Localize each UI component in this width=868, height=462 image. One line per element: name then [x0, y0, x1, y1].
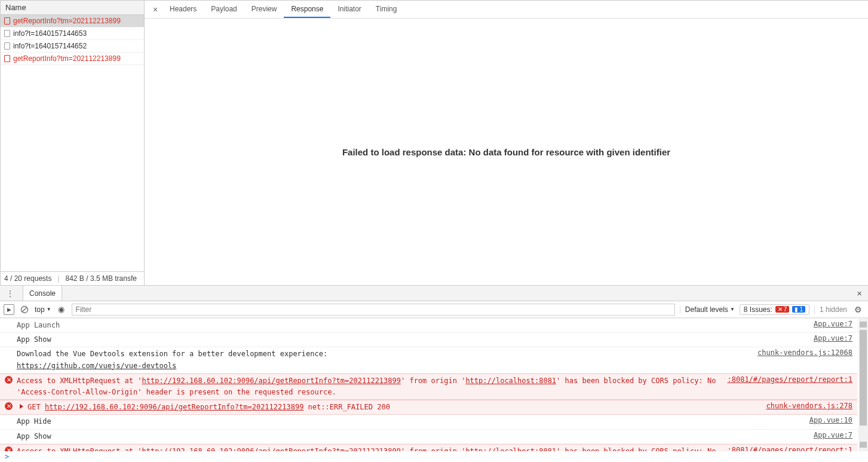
- source-link[interactable]: chunk-vendors.js:12068: [752, 348, 852, 371]
- tab-payload[interactable]: Payload: [204, 1, 244, 18]
- source-link[interactable]: App.vue:7: [808, 320, 852, 331]
- scrollbar-down-icon[interactable]: [860, 442, 867, 448]
- source-link[interactable]: App.vue:10: [803, 416, 852, 427]
- drawer-menu-button[interactable]: ⋮: [4, 289, 17, 298]
- console-message[interactable]: Download the Vue Devtools extension for …: [0, 347, 857, 373]
- chevron-down-icon: ▼: [730, 307, 735, 312]
- console-message[interactable]: App ShowApp.vue:7: [0, 333, 857, 347]
- issues-info-badge: ▮ 1: [792, 306, 805, 313]
- tab-preview[interactable]: Preview: [244, 1, 284, 18]
- requests-transfer: 842 B / 3.5 MB transfe: [66, 274, 137, 283]
- issues-button[interactable]: 8 Issues: ✕ 7 ▮ 1: [740, 304, 809, 315]
- requests-name-header[interactable]: Name: [1, 1, 144, 15]
- request-url-link[interactable]: http://192.168.60.102:9096/api/getReport…: [142, 377, 401, 385]
- source-link[interactable]: :8081/#/pages/report/report:1: [721, 375, 852, 398]
- message-text: Access to XMLHttpRequest at 'http://192.…: [17, 375, 721, 398]
- origin-url-link[interactable]: http://localhost:8081: [465, 377, 556, 385]
- devtools-link[interactable]: https://github.com/vuejs/vue-devtools: [17, 362, 176, 370]
- tab-headers[interactable]: Headers: [162, 1, 204, 18]
- origin-url-link[interactable]: http://localhost:8081: [465, 447, 556, 451]
- console-filter-input[interactable]: [72, 304, 675, 316]
- message-text: Access to XMLHttpRequest at 'http://192.…: [17, 446, 721, 451]
- live-expression-button[interactable]: ◉: [56, 304, 67, 315]
- console-message[interactable]: App LaunchApp.vue:7: [0, 318, 857, 333]
- message-text: App Launch: [17, 320, 808, 331]
- drawer-close-button[interactable]: ×: [851, 288, 868, 298]
- tab-console[interactable]: Console: [23, 286, 62, 301]
- request-row[interactable]: info?t=1640157144653: [1, 27, 144, 40]
- request-name: getReportInfo?tm=202112213899: [13, 54, 121, 63]
- console-message[interactable]: ✕GET http://192.168.60.102:9096/api/getR…: [0, 400, 857, 415]
- tab-response[interactable]: Response: [284, 1, 330, 18]
- requests-status-bar: 4 / 20 requests | 842 B / 3.5 MB transfe: [1, 271, 144, 285]
- issues-error-badge: ✕ 7: [775, 306, 790, 313]
- document-icon: [4, 17, 10, 25]
- request-name: getReportInfo?tm=202112213899: [13, 17, 121, 25]
- tab-timing[interactable]: Timing: [369, 1, 404, 18]
- request-detail-panel: × HeadersPayloadPreviewResponseInitiator…: [145, 1, 868, 285]
- detail-tabs: × HeadersPayloadPreviewResponseInitiator…: [145, 1, 868, 19]
- request-name: info?t=1640157144653: [13, 29, 87, 38]
- log-levels-selector[interactable]: Default levels ▼: [680, 305, 735, 314]
- console-message[interactable]: ✕Access to XMLHttpRequest at 'http://192…: [0, 444, 857, 451]
- context-selector[interactable]: top ▼: [35, 305, 51, 314]
- document-icon: [4, 42, 10, 50]
- console-message[interactable]: ✕Access to XMLHttpRequest at 'http://192…: [0, 374, 857, 400]
- source-link[interactable]: App.vue:7: [808, 334, 852, 345]
- hidden-count: 1 hidden: [814, 305, 847, 314]
- error-icon: ✕: [5, 376, 13, 384]
- request-url-link[interactable]: http://192.168.60.102:9096/api/getReport…: [142, 447, 401, 451]
- svg-line-1: [22, 307, 27, 312]
- request-name: info?t=1640157144652: [13, 42, 87, 50]
- console-messages[interactable]: App LaunchApp.vue:7App ShowApp.vue:7Down…: [0, 318, 868, 451]
- error-icon: ✕: [5, 446, 13, 451]
- expand-arrow-icon[interactable]: [20, 404, 23, 409]
- message-text: Download the Vue Devtools extension for …: [17, 348, 752, 371]
- request-row[interactable]: getReportInfo?tm=202112213899: [1, 15, 144, 27]
- chevron-down-icon: ▼: [47, 307, 51, 312]
- response-body: Failed to load response data: No data fo…: [145, 19, 868, 285]
- toggle-sidebar-button[interactable]: ▶: [4, 304, 14, 315]
- network-panel: Name getReportInfo?tm=202112213899info?t…: [0, 0, 868, 285]
- error-icon: ✕: [5, 402, 13, 410]
- console-message[interactable]: App HideApp.vue:10: [0, 415, 857, 429]
- scrollbar-thumb[interactable]: [860, 330, 867, 426]
- request-url-link[interactable]: http://192.168.60.102:9096/api/getReport…: [45, 403, 303, 411]
- console-drawer: ⋮ Console × ▶ top ▼ ◉ Default levels ▼ 8…: [0, 285, 868, 462]
- message-text: App Show: [17, 431, 808, 442]
- document-icon: [4, 55, 10, 62]
- requests-list: getReportInfo?tm=202112213899info?t=1640…: [1, 15, 144, 271]
- message-text: GET http://192.168.60.102:9096/api/getRe…: [27, 402, 760, 413]
- console-settings-button[interactable]: ⚙: [852, 305, 864, 314]
- message-text: App Hide: [17, 416, 803, 427]
- source-link[interactable]: App.vue:7: [808, 431, 852, 442]
- close-detail-button[interactable]: ×: [148, 5, 162, 14]
- requests-sidebar: Name getReportInfo?tm=202112213899info?t…: [0, 1, 145, 285]
- tab-initiator[interactable]: Initiator: [330, 1, 368, 18]
- response-failed-message: Failed to load response data: No data fo…: [342, 147, 670, 157]
- message-text: App Show: [17, 334, 808, 345]
- scrollbar[interactable]: [858, 318, 868, 451]
- separator: |: [57, 274, 59, 283]
- levels-label: Default levels: [685, 305, 728, 314]
- clear-console-button[interactable]: [19, 304, 30, 315]
- source-link[interactable]: chunk-vendors.js:278: [760, 402, 853, 413]
- context-label: top: [35, 305, 45, 314]
- console-message[interactable]: App ShowApp.vue:7: [0, 430, 857, 444]
- console-prompt[interactable]: >: [0, 451, 868, 462]
- requests-count: 4 / 20 requests: [4, 274, 51, 283]
- drawer-tabbar: ⋮ Console ×: [0, 286, 868, 301]
- prompt-symbol: >: [5, 452, 9, 461]
- request-row[interactable]: getReportInfo?tm=202112213899: [1, 53, 144, 65]
- request-row[interactable]: info?t=1640157144652: [1, 40, 144, 53]
- document-icon: [4, 30, 10, 37]
- issues-label: 8 Issues:: [744, 305, 772, 314]
- scrollbar-up-icon[interactable]: [860, 322, 867, 328]
- source-link[interactable]: :8081/#/pages/report/report:1: [721, 446, 852, 451]
- console-toolbar: ▶ top ▼ ◉ Default levels ▼ 8 Issues: ✕ 7…: [0, 301, 868, 318]
